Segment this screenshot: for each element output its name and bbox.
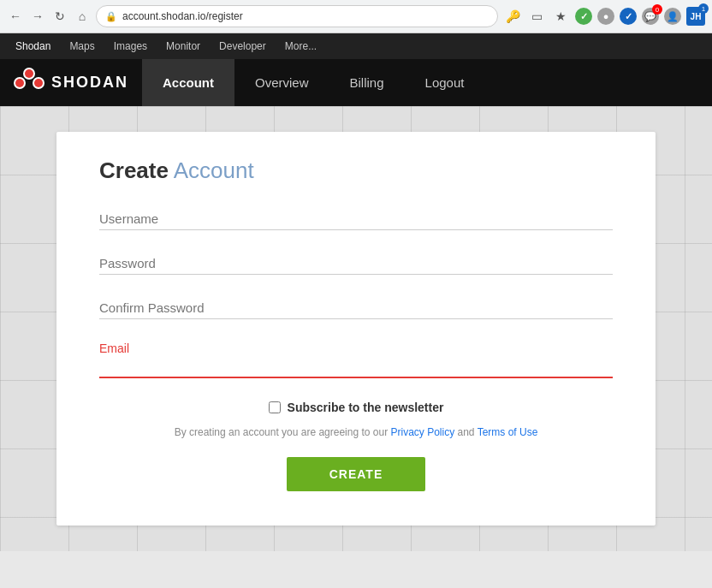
cast-icon[interactable]: ▭ <box>527 7 546 26</box>
confirm-password-group <box>99 297 613 319</box>
page-background: Create Account Email Subscribe to the ne… <box>0 106 712 551</box>
username-group <box>99 208 613 230</box>
extension-blue[interactable]: ✓ <box>620 8 637 25</box>
create-button[interactable]: CREATE <box>287 457 426 491</box>
confirm-password-input[interactable] <box>99 297 613 319</box>
reload-button[interactable]: ↻ <box>51 8 68 25</box>
browser-nav-monitor[interactable]: Monitor <box>157 33 209 59</box>
shodan-logo-icon <box>14 68 44 98</box>
browser-nav: Shodan Maps Images Monitor Developer Mor… <box>0 33 712 59</box>
terms-text: By creating an account you are agreeing … <box>99 426 613 438</box>
shodan-nav-billing[interactable]: Billing <box>329 59 405 106</box>
avatar-badge: JH 1 <box>686 7 705 26</box>
newsletter-label: Subscribe to the newsletter <box>288 401 444 414</box>
username-input[interactable] <box>99 208 613 230</box>
newsletter-checkbox[interactable] <box>269 401 281 413</box>
newsletter-row: Subscribe to the newsletter <box>99 401 613 414</box>
shodan-header: SHODAN Account Overview Billing Logout <box>0 59 712 106</box>
newsletter-rest: to the newsletter <box>345 401 443 414</box>
shodan-brand: SHODAN <box>51 74 128 92</box>
browser-nav-shodan[interactable]: Shodan <box>7 33 59 59</box>
extension-green[interactable]: ✓ <box>575 8 592 25</box>
logo-dot-left <box>15 79 24 87</box>
back-button[interactable]: ← <box>7 8 24 25</box>
terms-pre: By creating an account you are agreeing … <box>175 426 391 438</box>
browser-chrome: ← → ↻ ⌂ 🔒 account.shodan.io/register 🔑 ▭… <box>0 0 712 33</box>
url-text: account.shodan.io/register <box>122 10 243 22</box>
shodan-nav: Account Overview Billing Logout <box>142 59 484 106</box>
key-icon[interactable]: 🔑 <box>503 7 522 26</box>
email-input[interactable] <box>99 342 613 378</box>
browser-icons: 🔑 ▭ ★ ✓ ● ✓ 💬 0 👤 JH 1 <box>503 7 705 26</box>
avatar-count: 1 <box>698 3 709 14</box>
address-bar[interactable]: 🔒 account.shodan.io/register <box>96 5 498 27</box>
notif-badge: 💬 0 <box>642 8 659 25</box>
form-title-bold: Create <box>99 157 169 183</box>
extension-profile[interactable]: 👤 <box>664 8 681 25</box>
logo-dot-top <box>25 69 33 78</box>
email-group: Email <box>99 342 613 378</box>
lock-icon: 🔒 <box>105 11 117 22</box>
star-icon[interactable]: ★ <box>551 7 570 26</box>
home-button[interactable]: ⌂ <box>74 8 91 25</box>
logo-dot-right <box>34 79 43 87</box>
privacy-policy-link[interactable]: Privacy Policy <box>390 426 454 438</box>
shodan-nav-logout[interactable]: Logout <box>405 59 485 106</box>
browser-nav-developer[interactable]: Developer <box>211 33 275 59</box>
extension-gray[interactable]: ● <box>597 8 614 25</box>
browser-nav-more[interactable]: More... <box>276 33 325 59</box>
notif-count: 0 <box>652 4 662 15</box>
newsletter-subscribe: Subscribe <box>288 401 346 414</box>
form-title-thin: Account <box>169 157 254 183</box>
password-input[interactable] <box>99 252 613 275</box>
form-title: Create Account <box>99 157 613 184</box>
shodan-nav-overview[interactable]: Overview <box>234 59 329 106</box>
password-group <box>99 252 613 275</box>
shodan-logo[interactable]: SHODAN <box>0 59 142 106</box>
browser-nav-images[interactable]: Images <box>105 33 156 59</box>
terms-of-use-link[interactable]: Terms of Use <box>478 426 538 438</box>
browser-nav-maps[interactable]: Maps <box>61 33 103 59</box>
shodan-nav-account[interactable]: Account <box>142 59 234 106</box>
register-form-card: Create Account Email Subscribe to the ne… <box>56 132 656 526</box>
terms-and: and <box>454 426 477 438</box>
forward-button[interactable]: → <box>29 8 46 25</box>
browser-toolbar: ← → ↻ ⌂ 🔒 account.shodan.io/register 🔑 ▭… <box>0 0 712 33</box>
